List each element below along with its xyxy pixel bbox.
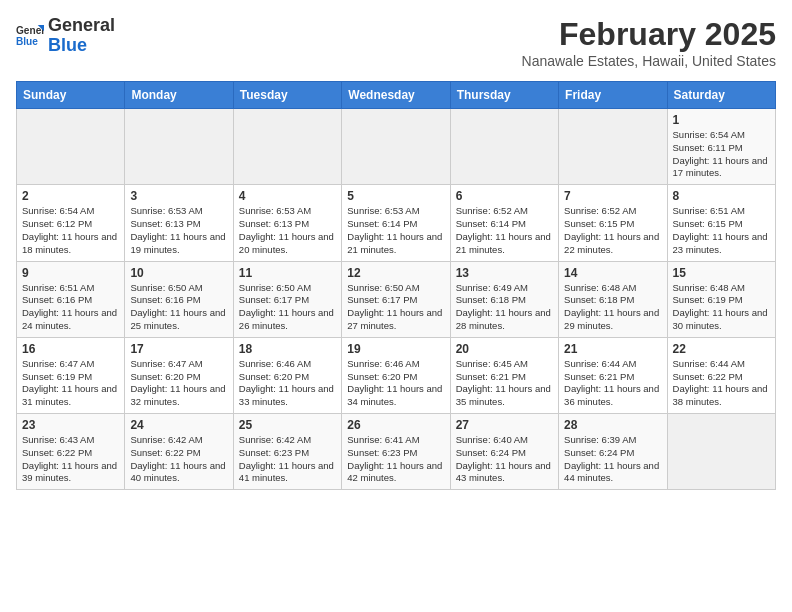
calendar-subtitle: Nanawale Estates, Hawaii, United States — [522, 53, 776, 69]
calendar-cell: 18Sunrise: 6:46 AMSunset: 6:20 PMDayligh… — [233, 337, 341, 413]
logo: General Blue General Blue — [16, 16, 115, 56]
day-number: 22 — [673, 342, 770, 356]
day-info: Sunrise: 6:44 AMSunset: 6:22 PMDaylight:… — [673, 358, 770, 409]
calendar-cell: 12Sunrise: 6:50 AMSunset: 6:17 PMDayligh… — [342, 261, 450, 337]
weekday-header: Thursday — [450, 82, 558, 109]
calendar-cell: 5Sunrise: 6:53 AMSunset: 6:14 PMDaylight… — [342, 185, 450, 261]
weekday-header: Saturday — [667, 82, 775, 109]
day-info: Sunrise: 6:51 AMSunset: 6:16 PMDaylight:… — [22, 282, 119, 333]
day-info: Sunrise: 6:43 AMSunset: 6:22 PMDaylight:… — [22, 434, 119, 485]
calendar-cell: 23Sunrise: 6:43 AMSunset: 6:22 PMDayligh… — [17, 414, 125, 490]
day-number: 14 — [564, 266, 661, 280]
calendar-cell: 21Sunrise: 6:44 AMSunset: 6:21 PMDayligh… — [559, 337, 667, 413]
day-number: 16 — [22, 342, 119, 356]
calendar-week-row: 23Sunrise: 6:43 AMSunset: 6:22 PMDayligh… — [17, 414, 776, 490]
day-number: 27 — [456, 418, 553, 432]
day-number: 21 — [564, 342, 661, 356]
calendar-cell: 6Sunrise: 6:52 AMSunset: 6:14 PMDaylight… — [450, 185, 558, 261]
day-info: Sunrise: 6:53 AMSunset: 6:13 PMDaylight:… — [130, 205, 227, 256]
calendar-cell — [667, 414, 775, 490]
logo-icon: General Blue — [16, 22, 44, 50]
day-number: 17 — [130, 342, 227, 356]
day-number: 18 — [239, 342, 336, 356]
day-info: Sunrise: 6:48 AMSunset: 6:18 PMDaylight:… — [564, 282, 661, 333]
day-info: Sunrise: 6:52 AMSunset: 6:15 PMDaylight:… — [564, 205, 661, 256]
calendar-cell — [17, 109, 125, 185]
calendar-week-row: 9Sunrise: 6:51 AMSunset: 6:16 PMDaylight… — [17, 261, 776, 337]
day-number: 25 — [239, 418, 336, 432]
calendar-cell: 25Sunrise: 6:42 AMSunset: 6:23 PMDayligh… — [233, 414, 341, 490]
day-info: Sunrise: 6:52 AMSunset: 6:14 PMDaylight:… — [456, 205, 553, 256]
day-number: 24 — [130, 418, 227, 432]
day-info: Sunrise: 6:50 AMSunset: 6:17 PMDaylight:… — [239, 282, 336, 333]
calendar-cell: 4Sunrise: 6:53 AMSunset: 6:13 PMDaylight… — [233, 185, 341, 261]
day-info: Sunrise: 6:47 AMSunset: 6:20 PMDaylight:… — [130, 358, 227, 409]
day-info: Sunrise: 6:51 AMSunset: 6:15 PMDaylight:… — [673, 205, 770, 256]
page-header: General Blue General Blue February 2025 … — [16, 16, 776, 69]
day-number: 6 — [456, 189, 553, 203]
svg-text:Blue: Blue — [16, 36, 38, 47]
calendar-week-row: 16Sunrise: 6:47 AMSunset: 6:19 PMDayligh… — [17, 337, 776, 413]
day-number: 23 — [22, 418, 119, 432]
day-number: 13 — [456, 266, 553, 280]
day-number: 28 — [564, 418, 661, 432]
calendar-cell: 27Sunrise: 6:40 AMSunset: 6:24 PMDayligh… — [450, 414, 558, 490]
calendar-cell — [450, 109, 558, 185]
day-number: 20 — [456, 342, 553, 356]
day-number: 7 — [564, 189, 661, 203]
day-info: Sunrise: 6:53 AMSunset: 6:14 PMDaylight:… — [347, 205, 444, 256]
day-number: 1 — [673, 113, 770, 127]
calendar-cell: 8Sunrise: 6:51 AMSunset: 6:15 PMDaylight… — [667, 185, 775, 261]
day-number: 26 — [347, 418, 444, 432]
day-info: Sunrise: 6:40 AMSunset: 6:24 PMDaylight:… — [456, 434, 553, 485]
title-block: February 2025 Nanawale Estates, Hawaii, … — [522, 16, 776, 69]
calendar-cell: 1Sunrise: 6:54 AMSunset: 6:11 PMDaylight… — [667, 109, 775, 185]
day-info: Sunrise: 6:46 AMSunset: 6:20 PMDaylight:… — [239, 358, 336, 409]
calendar-week-row: 2Sunrise: 6:54 AMSunset: 6:12 PMDaylight… — [17, 185, 776, 261]
calendar-title: February 2025 — [522, 16, 776, 53]
calendar-cell: 17Sunrise: 6:47 AMSunset: 6:20 PMDayligh… — [125, 337, 233, 413]
calendar-cell: 28Sunrise: 6:39 AMSunset: 6:24 PMDayligh… — [559, 414, 667, 490]
day-info: Sunrise: 6:49 AMSunset: 6:18 PMDaylight:… — [456, 282, 553, 333]
calendar-cell: 26Sunrise: 6:41 AMSunset: 6:23 PMDayligh… — [342, 414, 450, 490]
calendar-cell: 13Sunrise: 6:49 AMSunset: 6:18 PMDayligh… — [450, 261, 558, 337]
calendar-cell: 15Sunrise: 6:48 AMSunset: 6:19 PMDayligh… — [667, 261, 775, 337]
calendar-cell: 19Sunrise: 6:46 AMSunset: 6:20 PMDayligh… — [342, 337, 450, 413]
day-info: Sunrise: 6:41 AMSunset: 6:23 PMDaylight:… — [347, 434, 444, 485]
calendar-cell: 22Sunrise: 6:44 AMSunset: 6:22 PMDayligh… — [667, 337, 775, 413]
day-number: 15 — [673, 266, 770, 280]
weekday-header: Tuesday — [233, 82, 341, 109]
weekday-header: Monday — [125, 82, 233, 109]
day-info: Sunrise: 6:48 AMSunset: 6:19 PMDaylight:… — [673, 282, 770, 333]
weekday-header: Wednesday — [342, 82, 450, 109]
calendar-cell: 9Sunrise: 6:51 AMSunset: 6:16 PMDaylight… — [17, 261, 125, 337]
logo-blue-text: Blue — [48, 35, 87, 55]
day-info: Sunrise: 6:54 AMSunset: 6:11 PMDaylight:… — [673, 129, 770, 180]
day-number: 12 — [347, 266, 444, 280]
day-info: Sunrise: 6:50 AMSunset: 6:16 PMDaylight:… — [130, 282, 227, 333]
calendar-cell: 20Sunrise: 6:45 AMSunset: 6:21 PMDayligh… — [450, 337, 558, 413]
day-info: Sunrise: 6:39 AMSunset: 6:24 PMDaylight:… — [564, 434, 661, 485]
calendar-cell — [125, 109, 233, 185]
calendar-cell: 3Sunrise: 6:53 AMSunset: 6:13 PMDaylight… — [125, 185, 233, 261]
calendar-cell — [342, 109, 450, 185]
day-info: Sunrise: 6:53 AMSunset: 6:13 PMDaylight:… — [239, 205, 336, 256]
calendar-cell: 24Sunrise: 6:42 AMSunset: 6:22 PMDayligh… — [125, 414, 233, 490]
day-info: Sunrise: 6:47 AMSunset: 6:19 PMDaylight:… — [22, 358, 119, 409]
calendar-cell: 2Sunrise: 6:54 AMSunset: 6:12 PMDaylight… — [17, 185, 125, 261]
day-number: 8 — [673, 189, 770, 203]
calendar-cell: 14Sunrise: 6:48 AMSunset: 6:18 PMDayligh… — [559, 261, 667, 337]
calendar-cell: 16Sunrise: 6:47 AMSunset: 6:19 PMDayligh… — [17, 337, 125, 413]
day-info: Sunrise: 6:42 AMSunset: 6:22 PMDaylight:… — [130, 434, 227, 485]
day-info: Sunrise: 6:50 AMSunset: 6:17 PMDaylight:… — [347, 282, 444, 333]
day-info: Sunrise: 6:45 AMSunset: 6:21 PMDaylight:… — [456, 358, 553, 409]
logo-general-text: General — [48, 15, 115, 35]
calendar-cell: 11Sunrise: 6:50 AMSunset: 6:17 PMDayligh… — [233, 261, 341, 337]
day-number: 10 — [130, 266, 227, 280]
calendar-cell — [559, 109, 667, 185]
day-number: 9 — [22, 266, 119, 280]
calendar-cell: 10Sunrise: 6:50 AMSunset: 6:16 PMDayligh… — [125, 261, 233, 337]
day-info: Sunrise: 6:42 AMSunset: 6:23 PMDaylight:… — [239, 434, 336, 485]
calendar-cell — [233, 109, 341, 185]
weekday-header-row: SundayMondayTuesdayWednesdayThursdayFrid… — [17, 82, 776, 109]
